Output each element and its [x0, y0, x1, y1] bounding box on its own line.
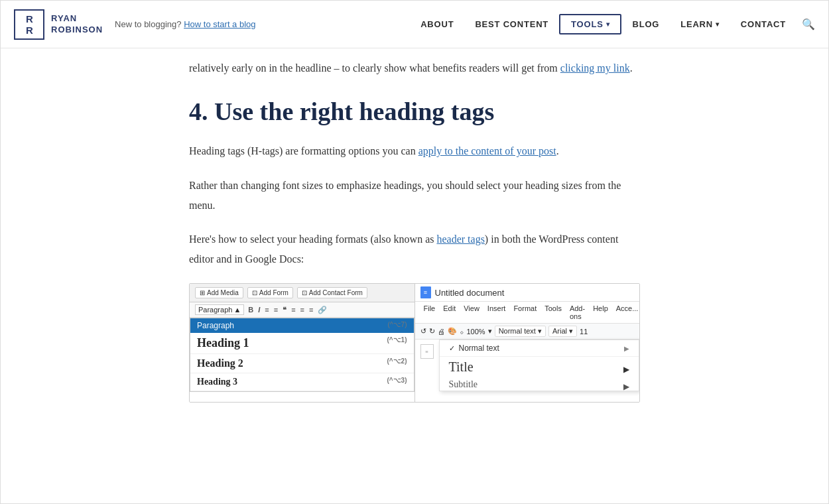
paragraph-3: Here's how to select your heading format… — [189, 229, 640, 269]
paragraph-select[interactable]: Paragraph ▲ — [195, 304, 244, 315]
screenshot-composite: ⊞ Add Media ⊡ Add Form ⊡ Add Contact For… — [189, 283, 640, 403]
para1-link[interactable]: apply to the content of your post — [418, 145, 556, 157]
nav-blog[interactable]: BLOG — [621, 15, 670, 33]
normal-text-option[interactable]: Normal text ▶ — [440, 340, 639, 357]
cursor-icon[interactable]: ⬦ — [460, 328, 464, 336]
gdocs-style-select[interactable]: Normal text ▾ — [495, 326, 546, 337]
wp-dropdown-header: Paragraph (^⌥7) — [190, 318, 414, 333]
heading3-option[interactable]: Heading 3 (^⌥3) — [190, 373, 414, 391]
gdocs-doc-area: ≡ — [415, 340, 439, 391]
shortcut-h3: (^⌥3) — [387, 377, 407, 387]
nav-links: ABOUT BEST CONTENT TOOLS ▾ BLOG LEARN ▾ … — [410, 14, 815, 34]
align-left-icon[interactable]: ≡ — [290, 306, 296, 314]
paragraph-1: Heading tags (H-tags) are formatting opt… — [189, 141, 640, 161]
subtitle-option[interactable]: Subtitle ▶ — [440, 377, 639, 392]
link-icon[interactable]: 🔗 — [316, 306, 328, 314]
print-icon[interactable]: 🖨 — [438, 328, 445, 336]
wp-format-bar: Paragraph ▲ B I ≡ ≡ ❝ ≡ ≡ ≡ 🔗 — [190, 302, 414, 318]
gdocs-tools-menu[interactable]: Tools — [541, 303, 565, 322]
heading1-option[interactable]: Heading 1 (^⌥1) — [190, 333, 414, 354]
gdocs-style-dropdown: Normal text ▶ Title ▶ Subtitle ▶ — [439, 340, 640, 391]
quote-icon[interactable]: ❝ — [281, 306, 288, 314]
gdocs-titlebar: ≡ Untitled document — [415, 284, 640, 302]
undo-icon[interactable]: ↺ — [420, 327, 426, 336]
chevron-down-icon: ▾ — [606, 21, 610, 28]
gdocs-edit-menu[interactable]: Edit — [440, 303, 459, 322]
shortcut-para: (^⌥7) — [388, 321, 407, 330]
font-size[interactable]: 11 — [580, 328, 588, 336]
gdocs-panel: ≡ Untitled document File Edit View Inser… — [415, 284, 640, 402]
triangle-icon: ▲ — [233, 306, 241, 314]
gdocs-body: ≡ Normal text ▶ Title ▶ Subtitle — [415, 340, 640, 391]
redo-icon[interactable]: ↻ — [429, 327, 435, 336]
gdocs-format-menu[interactable]: Format — [510, 303, 540, 322]
gdocs-doc-title: Untitled document — [435, 288, 505, 298]
partial-link[interactable]: clicking my link — [560, 62, 630, 74]
logo-icon: RR — [14, 9, 44, 40]
tagline-link[interactable]: How to start a blog — [184, 19, 255, 29]
section-heading: 4. Use the right heading tags — [189, 97, 640, 127]
gdocs-doc-small-icon: ≡ — [420, 344, 434, 359]
partial-paragraph: relatively early on in the headline – to… — [189, 48, 640, 78]
search-icon[interactable]: 🔍 — [797, 18, 815, 31]
paint-format-icon[interactable]: 🎨 — [448, 327, 457, 336]
gdocs-help-menu[interactable]: Help — [590, 303, 611, 322]
italic-icon[interactable]: I — [257, 306, 261, 314]
nav-about[interactable]: ABOUT — [410, 15, 464, 33]
navbar: RR RYAN ROBINSON New to blogging? How to… — [1, 1, 828, 48]
heading2-option[interactable]: Heading 2 (^⌥2) — [190, 354, 414, 373]
tagline: New to blogging? How to start a blog — [115, 19, 255, 29]
wp-format-icons: B I ≡ ≡ ❝ ≡ ≡ ≡ 🔗 — [247, 306, 328, 314]
gdocs-insert-menu[interactable]: Insert — [484, 303, 509, 322]
chevron-toolbar: ▾ — [488, 327, 492, 336]
wp-editor-panel: ⊞ Add Media ⊡ Add Form ⊡ Add Contact For… — [190, 284, 415, 402]
align-right-icon[interactable]: ≡ — [308, 306, 314, 314]
site-name: RYAN ROBINSON — [51, 13, 103, 36]
title-option[interactable]: Title ▶ — [440, 357, 639, 377]
content-area: relatively early on in the headline – to… — [176, 48, 653, 422]
shortcut-h2: (^⌥2) — [387, 357, 407, 369]
logo-area[interactable]: RR RYAN ROBINSON — [14, 9, 103, 40]
paragraph-2: Rather than changing font sizes to empha… — [189, 176, 640, 215]
para3-link[interactable]: header tags — [436, 233, 484, 245]
nav-tools[interactable]: TOOLS ▾ — [559, 14, 621, 34]
gdocs-font-select[interactable]: Arial ▾ — [548, 326, 577, 337]
arrow-icon: ▶ — [624, 345, 629, 352]
add-form-btn[interactable]: ⊡ Add Form — [247, 287, 293, 298]
gdocs-menubar: File Edit View Insert Format Tools Add-o… — [415, 302, 640, 324]
wp-add-toolbar: ⊞ Add Media ⊡ Add Form ⊡ Add Contact For… — [190, 284, 414, 302]
add-contact-form-btn[interactable]: ⊡ Add Contact Form — [297, 287, 367, 298]
nav-contact[interactable]: CONTACT — [730, 15, 797, 33]
gdocs-file-menu[interactable]: File — [420, 303, 439, 322]
nav-learn[interactable]: LEARN ▾ — [670, 15, 730, 33]
ol-icon[interactable]: ≡ — [273, 306, 279, 314]
add-media-btn[interactable]: ⊞ Add Media — [195, 287, 243, 298]
bold-icon[interactable]: B — [247, 306, 255, 314]
contact-form-icon: ⊡ — [302, 289, 307, 296]
nav-best-content[interactable]: BEST CONTENT — [464, 15, 559, 33]
chevron-down-icon-2: ▾ — [716, 21, 720, 28]
gdocs-acce-menu[interactable]: Acce... — [613, 303, 639, 322]
ul-icon[interactable]: ≡ — [263, 306, 270, 314]
media-icon: ⊞ — [200, 289, 205, 296]
wp-format-dropdown: Paragraph (^⌥7) Heading 1 (^⌥1) Heading … — [190, 318, 414, 392]
gdocs-addons-menu[interactable]: Add-ons — [566, 303, 588, 322]
gdocs-toolbar: ↺ ↻ 🖨 🎨 ⬦ 100% ▾ Normal text ▾ Arial ▾ 1… — [415, 324, 640, 340]
gdocs-icon: ≡ — [420, 286, 431, 298]
form-icon: ⊡ — [252, 289, 257, 296]
shortcut-h1: (^⌥1) — [387, 336, 407, 350]
gdocs-view-menu[interactable]: View — [460, 303, 483, 322]
align-center-icon[interactable]: ≡ — [299, 306, 306, 314]
